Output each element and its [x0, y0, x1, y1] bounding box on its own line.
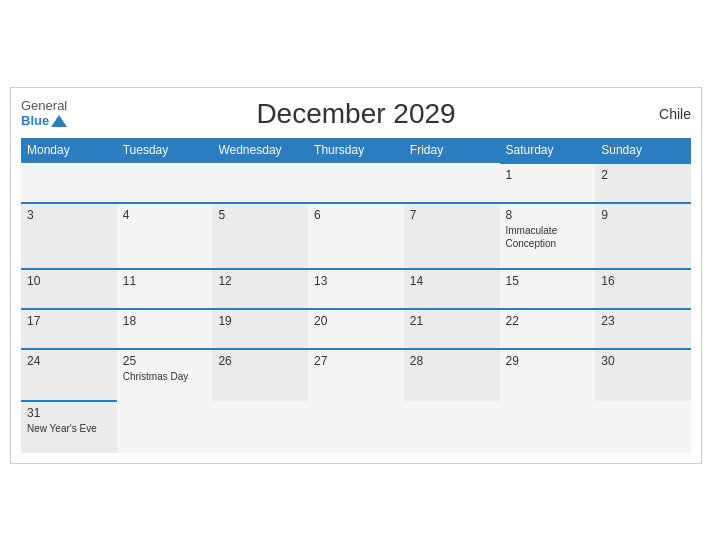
calendar-cell: 4 [117, 203, 213, 269]
calendar-cell: 1 [500, 163, 596, 203]
calendar-cell: 3 [21, 203, 117, 269]
calendar-cell: 8Immaculate Conception [500, 203, 596, 269]
day-number: 21 [410, 314, 494, 328]
calendar-cell: 25Christmas Day [117, 349, 213, 401]
header-sunday: Sunday [595, 138, 691, 163]
calendar-header: General Blue December 2029 Chile [21, 98, 691, 130]
day-number: 22 [506, 314, 590, 328]
event-label: Christmas Day [123, 370, 207, 383]
day-number: 13 [314, 274, 398, 288]
day-number: 3 [27, 208, 111, 222]
calendar-cell: 14 [404, 269, 500, 309]
calendar-cell: 10 [21, 269, 117, 309]
day-number: 25 [123, 354, 207, 368]
day-number: 12 [218, 274, 302, 288]
logo-triangle-icon [51, 115, 67, 127]
weekday-header-row: Monday Tuesday Wednesday Thursday Friday… [21, 138, 691, 163]
day-number: 9 [601, 208, 685, 222]
calendar-cell [21, 163, 117, 203]
day-number: 5 [218, 208, 302, 222]
week-row-0: 12 [21, 163, 691, 203]
day-number: 10 [27, 274, 111, 288]
day-number: 29 [506, 354, 590, 368]
calendar-cell: 16 [595, 269, 691, 309]
day-number: 16 [601, 274, 685, 288]
calendar-table: Monday Tuesday Wednesday Thursday Friday… [21, 138, 691, 453]
calendar-cell [308, 163, 404, 203]
day-number: 19 [218, 314, 302, 328]
calendar-cell [404, 163, 500, 203]
calendar-cell: 18 [117, 309, 213, 349]
calendar-cell [117, 163, 213, 203]
header-saturday: Saturday [500, 138, 596, 163]
day-number: 31 [27, 406, 111, 420]
logo-blue-text: Blue [21, 114, 49, 128]
event-label: New Year's Eve [27, 422, 111, 435]
calendar-cell: 31New Year's Eve [21, 401, 117, 453]
calendar-cell: 5 [212, 203, 308, 269]
calendar-cell [500, 401, 596, 453]
calendar-cell: 12 [212, 269, 308, 309]
day-number: 20 [314, 314, 398, 328]
calendar-cell: 28 [404, 349, 500, 401]
day-number: 2 [601, 168, 685, 182]
day-number: 23 [601, 314, 685, 328]
day-number: 11 [123, 274, 207, 288]
calendar-cell: 22 [500, 309, 596, 349]
calendar-cell: 11 [117, 269, 213, 309]
calendar-cell: 20 [308, 309, 404, 349]
day-number: 7 [410, 208, 494, 222]
calendar-cell: 30 [595, 349, 691, 401]
calendar-cell [595, 401, 691, 453]
header-monday: Monday [21, 138, 117, 163]
week-row-4: 2425Christmas Day2627282930 [21, 349, 691, 401]
calendar-container: General Blue December 2029 Chile Monday … [10, 87, 702, 464]
day-number: 6 [314, 208, 398, 222]
day-number: 14 [410, 274, 494, 288]
header-tuesday: Tuesday [117, 138, 213, 163]
calendar-cell [212, 401, 308, 453]
calendar-cell: 9 [595, 203, 691, 269]
calendar-cell: 24 [21, 349, 117, 401]
event-label: Immaculate Conception [506, 224, 590, 250]
day-number: 1 [506, 168, 590, 182]
calendar-cell: 17 [21, 309, 117, 349]
week-row-1: 345678Immaculate Conception9 [21, 203, 691, 269]
day-number: 4 [123, 208, 207, 222]
day-number: 24 [27, 354, 111, 368]
day-number: 28 [410, 354, 494, 368]
calendar-cell: 23 [595, 309, 691, 349]
header-friday: Friday [404, 138, 500, 163]
calendar-cell: 15 [500, 269, 596, 309]
calendar-cell: 6 [308, 203, 404, 269]
calendar-cell [404, 401, 500, 453]
day-number: 8 [506, 208, 590, 222]
calendar-cell: 27 [308, 349, 404, 401]
header-wednesday: Wednesday [212, 138, 308, 163]
day-number: 18 [123, 314, 207, 328]
week-row-5: 31New Year's Eve [21, 401, 691, 453]
calendar-cell: 19 [212, 309, 308, 349]
day-number: 17 [27, 314, 111, 328]
calendar-cell: 21 [404, 309, 500, 349]
week-row-2: 10111213141516 [21, 269, 691, 309]
calendar-title: December 2029 [256, 98, 455, 130]
calendar-cell [212, 163, 308, 203]
calendar-cell: 2 [595, 163, 691, 203]
calendar-cell [308, 401, 404, 453]
day-number: 27 [314, 354, 398, 368]
calendar-cell: 13 [308, 269, 404, 309]
calendar-cell [117, 401, 213, 453]
logo-general-text: General [21, 99, 67, 113]
header-thursday: Thursday [308, 138, 404, 163]
week-row-3: 17181920212223 [21, 309, 691, 349]
country-label: Chile [659, 106, 691, 122]
day-number: 15 [506, 274, 590, 288]
day-number: 26 [218, 354, 302, 368]
calendar-cell: 29 [500, 349, 596, 401]
calendar-cell: 26 [212, 349, 308, 401]
day-number: 30 [601, 354, 685, 368]
logo: General Blue [21, 99, 67, 128]
calendar-cell: 7 [404, 203, 500, 269]
